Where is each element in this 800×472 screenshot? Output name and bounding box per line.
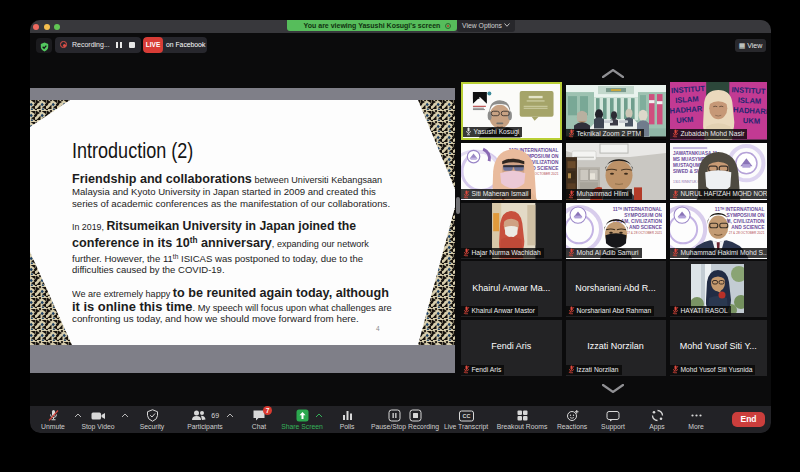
svg-text:SYMPOSIUM ON: SYMPOSIUM ON <box>624 213 662 218</box>
svg-text:11ᵀᴴ INTERNATIONAL: 11ᵀᴴ INTERNATIONAL <box>612 207 661 212</box>
svg-text:ISLAM: ISLAM <box>674 94 698 105</box>
svg-text:HADHARI: HADHARI <box>732 105 767 116</box>
svg-text:27 & 28 OCTOBER 2021: 27 & 28 OCTOBER 2021 <box>626 231 662 235</box>
svg-text:UKM: UKM <box>676 115 694 125</box>
svg-text:11ᵀᴴ INTERNATIONAL: 11ᵀᴴ INTERNATIONAL <box>714 207 764 212</box>
svg-text:CC: CC <box>462 413 470 419</box>
svg-text:UKM: UKM <box>742 116 760 126</box>
svg-text:ISLAM: ISLAM <box>737 96 761 106</box>
svg-text:SYMPOSIUM ON: SYMPOSIUM ON <box>726 213 765 218</box>
svg-text:AND SCIENCE: AND SCIENCE <box>628 225 662 230</box>
svg-text:27 & 28 OCTOBER 2021: 27 & 28 OCTOBER 2021 <box>728 231 764 235</box>
svg-text:AND SCIENCE: AND SCIENCE <box>731 225 765 230</box>
svg-text:INSTITUT: INSTITUT <box>731 85 766 96</box>
